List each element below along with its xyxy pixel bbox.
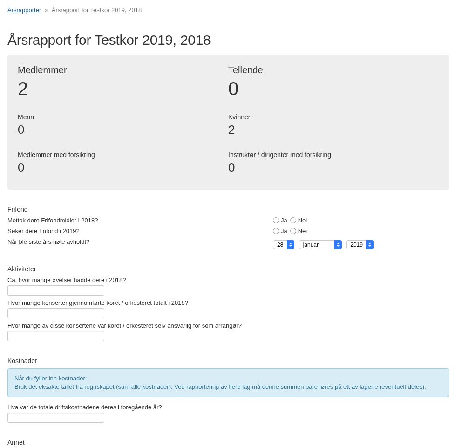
section-activities-heading: Aktiviteter <box>7 265 469 273</box>
stat-counting-value: 0 <box>228 78 439 99</box>
section-frifond-heading: Frifond <box>7 206 469 213</box>
stat-men-label: Menn <box>18 113 228 121</box>
q-frifond-apply: Søker dere Frifond i 2019? <box>7 227 273 234</box>
frifond-received-no[interactable] <box>290 217 296 223</box>
frifond-received-radios: Ja Nei <box>273 217 469 224</box>
stat-insured-members-value: 0 <box>18 160 228 175</box>
concerts-own-input[interactable] <box>7 331 104 341</box>
stat-insured-members-label: Medlemmer med forsikring <box>18 151 228 159</box>
label-yes: Ja <box>281 217 287 224</box>
q-total-costs: Hva var de totale driftskostnadene deres… <box>7 404 469 411</box>
q-concerts-total: Hvor mange konserter gjennomførte koret … <box>7 299 469 306</box>
rehearsals-input[interactable] <box>7 285 104 296</box>
q-last-meeting: Når ble siste årsmøte avholdt? <box>7 238 273 245</box>
stat-women-label: Kvinner <box>228 113 439 121</box>
q-frifond-received: Mottok dere Frifondmidler i 2018? <box>7 217 273 224</box>
frifond-apply-radios: Ja Nei <box>273 227 469 234</box>
meeting-day-select[interactable]: 28 <box>273 240 294 249</box>
frifond-apply-yes[interactable] <box>273 228 279 234</box>
costs-info-box: Når du fyller inn kostnader: Bruk det ek… <box>7 368 449 397</box>
info-line1: Når du fyller inn kostnader: <box>14 374 442 383</box>
stat-members-label: Medlemmer <box>18 65 228 76</box>
stat-insured-instructors-value: 0 <box>228 160 439 175</box>
page-title: Årsrapport for Testkor 2019, 2018 <box>7 32 469 48</box>
stat-counting-label: Tellende <box>228 65 439 76</box>
section-other-heading: Annet <box>7 439 469 446</box>
meeting-year-select[interactable]: 2019 <box>346 240 374 249</box>
breadcrumb-sep: » <box>45 7 48 14</box>
total-costs-input[interactable] <box>7 413 104 423</box>
stats-panel: Medlemmer 2 Tellende 0 Menn 0 Kvinner 2 … <box>7 55 449 190</box>
info-line2: Bruk det eksakte tallet fra regnskapet (… <box>14 383 442 391</box>
concerts-total-input[interactable] <box>7 308 104 318</box>
section-costs-heading: Kostnader <box>7 357 469 365</box>
q-rehearsals: Ca. hvor mange øvelser hadde dere i 2018… <box>7 276 469 283</box>
stat-insured-instructors-label: Instruktør / dirigenter med forsikring <box>228 151 439 159</box>
breadcrumb-current: Årsrapport for Testkor 2019, 2018 <box>52 7 142 14</box>
stat-members-value: 2 <box>18 78 228 99</box>
label-yes: Ja <box>281 227 287 234</box>
frifond-received-yes[interactable] <box>273 217 279 223</box>
label-no: Nei <box>298 217 307 224</box>
meeting-month-select[interactable]: januar <box>299 240 342 249</box>
stat-women-value: 2 <box>228 123 439 137</box>
label-no: Nei <box>298 227 307 234</box>
q-concerts-own: Hvor mange av disse konsertene var koret… <box>7 322 469 329</box>
frifond-apply-no[interactable] <box>290 228 296 234</box>
stat-men-value: 0 <box>18 123 228 137</box>
breadcrumb: Årsrapporter » Årsrapport for Testkor 20… <box>7 7 469 14</box>
breadcrumb-root-link[interactable]: Årsrapporter <box>7 7 41 14</box>
